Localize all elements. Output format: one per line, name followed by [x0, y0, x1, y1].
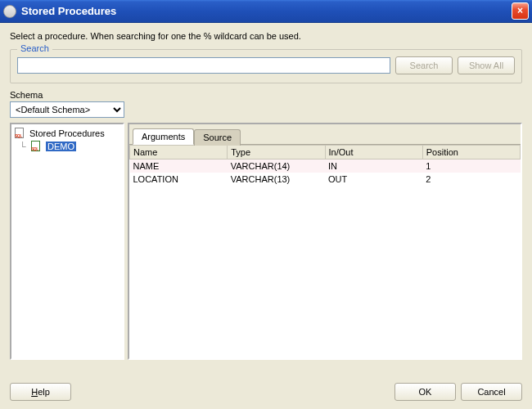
- cancel-button[interactable]: Cancel: [461, 383, 522, 401]
- close-button[interactable]: ×: [512, 2, 529, 20]
- title-bar: Stored Procedures ×: [0, 0, 532, 23]
- tree-root-label: Stored Procedures: [29, 128, 105, 138]
- search-fieldset: Search Search Show All: [10, 49, 522, 83]
- arguments-table: Name Type In/Out Position NAME VARCHAR(1…: [129, 145, 521, 186]
- schema-block: Schema <Default Schema>: [10, 90, 522, 118]
- search-input[interactable]: [17, 57, 390, 74]
- help-button[interactable]: Help: [10, 383, 71, 401]
- col-name[interactable]: Name: [130, 146, 228, 160]
- col-type[interactable]: Type: [228, 146, 325, 160]
- cell-name: LOCATION: [130, 173, 228, 186]
- cell-inout: OUT: [325, 173, 422, 186]
- table-row[interactable]: NAME VARCHAR(14) IN 1: [130, 160, 521, 173]
- procedure-icon: [31, 141, 43, 152]
- details-panel: Arguments Source Name Type In/Out Positi…: [128, 123, 522, 360]
- tree-connector-icon: └: [20, 142, 28, 151]
- table-row[interactable]: LOCATION VARCHAR(13) OUT 2: [130, 173, 521, 186]
- search-legend: Search: [17, 43, 52, 53]
- tab-source[interactable]: Source: [194, 129, 241, 146]
- col-position[interactable]: Position: [422, 146, 520, 160]
- schema-select[interactable]: <Default Schema>: [10, 101, 124, 118]
- tree-item-label: DEMO: [46, 142, 76, 151]
- app-icon: [3, 5, 16, 18]
- cell-position: 2: [422, 173, 520, 186]
- stored-procedures-icon: [15, 128, 26, 139]
- tab-arguments[interactable]: Arguments: [133, 128, 194, 145]
- cell-name: NAME: [130, 160, 228, 173]
- ok-button[interactable]: OK: [394, 383, 456, 401]
- window-title: Stored Procedures: [21, 5, 512, 17]
- tree-item[interactable]: └ DEMO: [20, 141, 119, 152]
- schema-label: Schema: [10, 90, 522, 100]
- instructions-text: Select a procedure. When searching for o…: [10, 31, 522, 41]
- search-button[interactable]: Search: [395, 56, 453, 74]
- cell-position: 1: [422, 160, 520, 173]
- dialog-footer: Help OK Cancel: [10, 383, 522, 401]
- procedure-tree[interactable]: Stored Procedures └ DEMO: [10, 123, 124, 360]
- tree-root-item[interactable]: Stored Procedures: [15, 128, 119, 139]
- cell-inout: IN: [325, 160, 422, 173]
- arguments-table-area: Name Type In/Out Position NAME VARCHAR(1…: [129, 145, 521, 358]
- cell-type: VARCHAR(13): [228, 173, 325, 186]
- show-all-button[interactable]: Show All: [458, 56, 515, 74]
- col-inout[interactable]: In/Out: [325, 146, 422, 160]
- cell-type: VARCHAR(14): [228, 160, 325, 173]
- tabs-bar: Arguments Source: [129, 124, 521, 145]
- table-header-row: Name Type In/Out Position: [130, 146, 521, 160]
